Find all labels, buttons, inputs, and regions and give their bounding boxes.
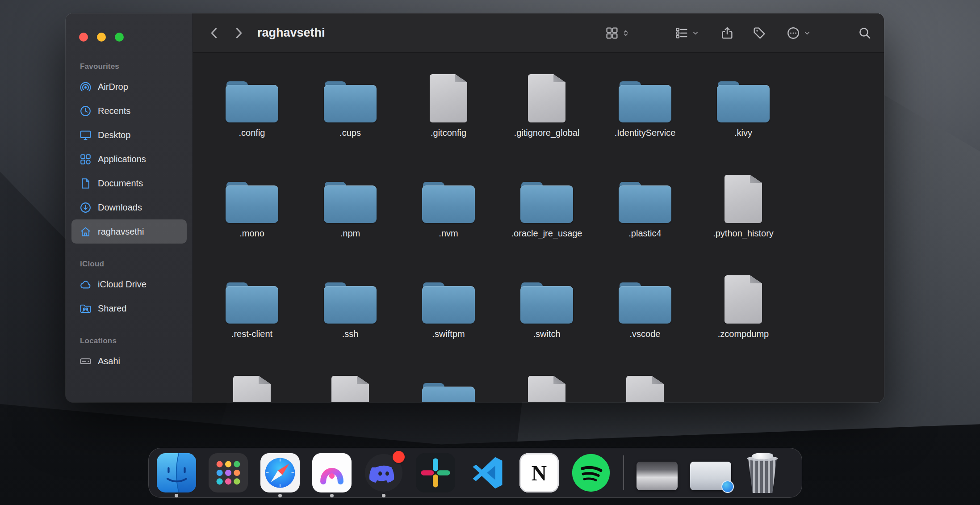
desktop-icon bbox=[79, 129, 92, 142]
minimize-button[interactable] bbox=[97, 33, 106, 42]
dock-separator bbox=[623, 455, 624, 490]
forward-button[interactable] bbox=[230, 24, 247, 42]
file-item-plastic4[interactable]: .plastic4 bbox=[596, 168, 694, 268]
file-name-label: .oracle_jre_usage bbox=[511, 228, 582, 239]
file-item-ssh[interactable]: .ssh bbox=[301, 268, 399, 369]
file-item[interactable] bbox=[301, 369, 399, 402]
dock-launchpad-icon[interactable] bbox=[209, 453, 248, 492]
close-button[interactable] bbox=[79, 33, 88, 42]
sidebar-item-documents[interactable]: Documents bbox=[71, 171, 187, 195]
sidebar: FavouritesAirDropRecentsDesktopApplicati… bbox=[66, 13, 193, 402]
view-mode-control[interactable] bbox=[605, 26, 630, 40]
file-item-config[interactable]: .config bbox=[203, 67, 301, 168]
sidebar-section-locations: LocationsAsahi bbox=[66, 337, 193, 373]
sidebar-item-label: iCloud Drive bbox=[98, 279, 147, 290]
file-item-oracle-jre-usage[interactable]: .oracle_jre_usage bbox=[498, 168, 596, 268]
svg-text:N: N bbox=[532, 462, 547, 485]
file-item-npm[interactable]: .npm bbox=[301, 168, 399, 268]
file-item-gitconfig[interactable]: .gitconfig bbox=[399, 67, 498, 168]
running-indicator bbox=[175, 494, 178, 497]
back-button[interactable] bbox=[205, 24, 223, 42]
dock-spotify-icon[interactable] bbox=[571, 453, 611, 492]
file-item-switch[interactable]: .switch bbox=[498, 268, 596, 369]
sidebar-item-applications[interactable]: Applications bbox=[71, 147, 187, 171]
document-file-icon bbox=[430, 74, 467, 122]
file-item-cups[interactable]: .cups bbox=[301, 67, 399, 168]
sidebar-item-recents[interactable]: Recents bbox=[71, 99, 187, 123]
dock-discord-icon[interactable] bbox=[364, 453, 403, 492]
window-title: raghavsethi bbox=[257, 26, 325, 40]
sidebar-section-icloud: iCloudiCloud DriveShared bbox=[66, 260, 193, 320]
file-item[interactable] bbox=[596, 369, 694, 402]
sidebar-section-heading: Favourites bbox=[66, 62, 193, 71]
dock-slack-icon[interactable] bbox=[416, 453, 455, 492]
sidebar-item-desktop[interactable]: Desktop bbox=[71, 123, 187, 147]
sidebar-item-label: Asahi bbox=[98, 356, 120, 366]
document-file-icon bbox=[528, 74, 565, 122]
airdrop-icon bbox=[79, 80, 92, 93]
file-name-label: .swiftpm bbox=[432, 329, 465, 339]
share-button[interactable] bbox=[720, 26, 734, 40]
file-item-rest-client[interactable]: .rest-client bbox=[203, 268, 301, 369]
clock-icon bbox=[79, 105, 92, 118]
dock-safari-icon[interactable] bbox=[260, 453, 300, 492]
trash-icon[interactable] bbox=[744, 452, 781, 494]
file-item[interactable] bbox=[498, 369, 596, 402]
search-button[interactable] bbox=[858, 26, 871, 40]
file-name-label: .ssh bbox=[342, 329, 359, 339]
sidebar-item-raghavsethi[interactable]: raghavsethi bbox=[71, 219, 187, 244]
finder-window: FavouritesAirDropRecentsDesktopApplicati… bbox=[66, 13, 884, 402]
dock-notion-icon[interactable]: N bbox=[519, 453, 559, 492]
file-item-nvm[interactable]: .nvm bbox=[399, 168, 498, 268]
chevron-down-icon bbox=[803, 29, 811, 37]
file-name-label: .cups bbox=[339, 128, 361, 138]
shared-icon bbox=[79, 302, 92, 315]
file-name-label: .mono bbox=[239, 228, 264, 239]
sidebar-item-label: Shared bbox=[98, 303, 127, 314]
folder-icon bbox=[717, 81, 770, 122]
file-name-label: .gitconfig bbox=[431, 128, 466, 138]
dock-vscode-icon[interactable] bbox=[468, 453, 507, 492]
folder-icon bbox=[226, 282, 278, 324]
grid-view-icon bbox=[605, 26, 619, 40]
minimized-window-2[interactable] bbox=[690, 462, 731, 490]
file-name-label: .IdentityService bbox=[615, 128, 676, 138]
tag-button[interactable] bbox=[752, 26, 766, 40]
back-icon bbox=[207, 25, 222, 41]
file-item-gitignore-global[interactable]: .gitignore_global bbox=[498, 67, 596, 168]
dock-arc-icon[interactable] bbox=[312, 453, 352, 492]
folder-icon bbox=[422, 383, 475, 402]
file-item[interactable] bbox=[399, 369, 498, 402]
folder-icon bbox=[422, 182, 475, 223]
file-name-label: .vscode bbox=[630, 329, 661, 339]
sidebar-item-label: raghavsethi bbox=[98, 227, 144, 237]
folder-icon bbox=[520, 182, 573, 223]
sidebar-item-asahi[interactable]: Asahi bbox=[71, 349, 187, 373]
file-item-python-history[interactable]: .python_history bbox=[694, 168, 792, 268]
share-icon bbox=[720, 26, 734, 40]
folder-icon bbox=[226, 81, 278, 122]
tag-icon bbox=[752, 26, 766, 40]
file-item-kivy[interactable]: .kivy bbox=[694, 67, 792, 168]
document-file-icon bbox=[725, 175, 762, 223]
file-name-label: .switch bbox=[533, 329, 560, 339]
sidebar-item-icloud-drive[interactable]: iCloud Drive bbox=[71, 272, 187, 296]
folder-icon bbox=[619, 81, 671, 122]
sidebar-item-label: Documents bbox=[98, 178, 143, 189]
sidebar-item-shared[interactable]: Shared bbox=[71, 296, 187, 320]
group-by-control[interactable] bbox=[674, 26, 699, 40]
sidebar-item-label: Desktop bbox=[98, 130, 130, 140]
file-item-zcompdump[interactable]: .zcompdump bbox=[694, 268, 792, 369]
sidebar-item-downloads[interactable]: Downloads bbox=[71, 195, 187, 219]
file-item-identityservice[interactable]: .IdentityService bbox=[596, 67, 694, 168]
more-actions-control[interactable] bbox=[786, 26, 811, 40]
file-item-vscode[interactable]: .vscode bbox=[596, 268, 694, 369]
zoom-button[interactable] bbox=[115, 33, 124, 42]
dock-finder-icon[interactable] bbox=[157, 453, 196, 492]
file-item-mono[interactable]: .mono bbox=[203, 168, 301, 268]
file-item-swiftpm[interactable]: .swiftpm bbox=[399, 268, 498, 369]
sidebar-item-airdrop[interactable]: AirDrop bbox=[71, 75, 187, 99]
file-item[interactable] bbox=[203, 369, 301, 402]
minimized-window-1[interactable] bbox=[637, 462, 678, 490]
sidebar-sections: FavouritesAirDropRecentsDesktopApplicati… bbox=[66, 62, 193, 373]
